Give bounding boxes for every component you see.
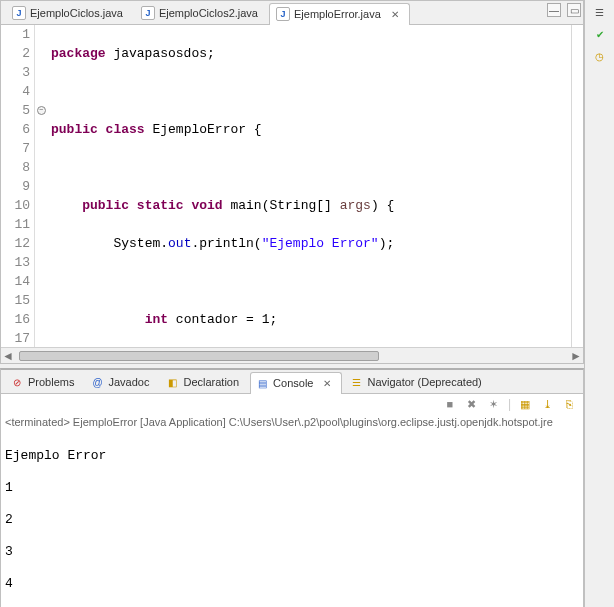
maximize-icon[interactable]: ▭ bbox=[567, 3, 581, 17]
marker-column bbox=[1, 25, 11, 347]
tab-label: Navigator (Deprecated) bbox=[367, 376, 481, 388]
console-launch-label: <terminated> EjemploError [Java Applicat… bbox=[1, 414, 583, 430]
javadoc-icon: @ bbox=[90, 375, 104, 389]
scroll-thumb[interactable] bbox=[19, 351, 379, 361]
editor-pane: J EjemploCiclos.java J EjemploCiclos2.ja… bbox=[0, 0, 584, 364]
bottom-pane: ⊘ Problems @ Javadoc ◧ Declaration ▤ Con… bbox=[0, 368, 584, 607]
terminate-icon[interactable]: ■ bbox=[442, 396, 458, 412]
close-icon[interactable]: ✕ bbox=[389, 8, 401, 20]
java-file-icon: J bbox=[276, 7, 290, 21]
remove-launch-icon[interactable]: ✖ bbox=[464, 396, 480, 412]
clear-console-icon[interactable]: ▦ bbox=[517, 396, 533, 412]
tab-label: Javadoc bbox=[108, 376, 149, 388]
tab-problems[interactable]: ⊘ Problems bbox=[5, 371, 83, 393]
minimize-icon[interactable]: — bbox=[547, 3, 561, 17]
fold-toggle-icon[interactable]: − bbox=[37, 106, 46, 115]
declaration-icon: ◧ bbox=[165, 375, 179, 389]
scroll-left-icon[interactable]: ◄ bbox=[1, 349, 15, 363]
remove-all-icon[interactable]: ✶ bbox=[486, 396, 502, 412]
outline-view-icon[interactable]: ☰ bbox=[591, 4, 609, 20]
horizontal-scrollbar[interactable]: ◄ ► bbox=[1, 347, 583, 363]
tab-label: EjemploCiclos.java bbox=[30, 7, 123, 19]
scroll-lock-icon[interactable]: ⤓ bbox=[539, 396, 555, 412]
tab-label: EjemploError.java bbox=[294, 8, 381, 20]
tab-console[interactable]: ▤ Console ✕ bbox=[250, 372, 342, 394]
console-toolbar: ■ ✖ ✶ | ▦ ⤓ ⎘ bbox=[1, 394, 583, 414]
tab-navigator[interactable]: ☰ Navigator (Deprecated) bbox=[344, 371, 490, 393]
tab-label: EjemploCiclos2.java bbox=[159, 7, 258, 19]
right-trim-stack: ☰ ✔ ◷ bbox=[584, 0, 614, 607]
other-view-icon[interactable]: ◷ bbox=[591, 48, 609, 64]
java-file-icon: J bbox=[141, 6, 155, 20]
code-content[interactable]: package javapasosdos; public class Ejemp… bbox=[47, 25, 571, 347]
tab-label: Problems bbox=[28, 376, 74, 388]
java-file-icon: J bbox=[12, 6, 26, 20]
editor-tab-ejemplociclos[interactable]: J EjemploCiclos.java bbox=[5, 2, 132, 24]
editor-tab-ejemplociclos2[interactable]: J EjemploCiclos2.java bbox=[134, 2, 267, 24]
pin-console-icon[interactable]: ⎘ bbox=[561, 396, 577, 412]
overview-ruler[interactable] bbox=[571, 25, 583, 347]
tab-javadoc[interactable]: @ Javadoc bbox=[85, 371, 158, 393]
problems-icon: ⊘ bbox=[10, 375, 24, 389]
tab-label: Console bbox=[273, 377, 313, 389]
console-output[interactable]: Ejemplo Error 1 2 3 4 5 6 7 8 9 10 bbox=[1, 430, 583, 607]
annotation-column: − bbox=[35, 25, 47, 347]
console-icon: ▤ bbox=[255, 376, 269, 390]
code-editor[interactable]: 1 2 3 4 5 6 7 8 9 10 11 12 13 14 15 16 1… bbox=[1, 25, 583, 347]
bottom-tabs: ⊘ Problems @ Javadoc ◧ Declaration ▤ Con… bbox=[1, 370, 583, 394]
scroll-right-icon[interactable]: ► bbox=[569, 349, 583, 363]
close-icon[interactable]: ✕ bbox=[321, 377, 333, 389]
tab-declaration[interactable]: ◧ Declaration bbox=[160, 371, 248, 393]
tab-label: Declaration bbox=[183, 376, 239, 388]
editor-tab-ejemploerror[interactable]: J EjemploError.java ✕ bbox=[269, 3, 410, 25]
navigator-icon: ☰ bbox=[349, 375, 363, 389]
editor-tabs: J EjemploCiclos.java J EjemploCiclos2.ja… bbox=[1, 1, 583, 25]
task-list-icon[interactable]: ✔ bbox=[591, 26, 609, 42]
line-number-gutter: 1 2 3 4 5 6 7 8 9 10 11 12 13 14 15 16 1… bbox=[11, 25, 35, 347]
